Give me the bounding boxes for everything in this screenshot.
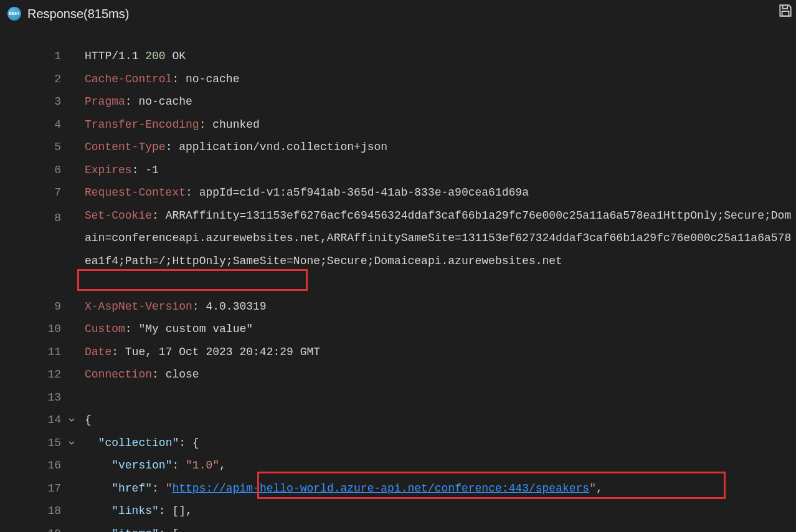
line-number: 2 bbox=[0, 68, 80, 91]
line-number: 8 bbox=[0, 204, 80, 295]
line-number: 11 bbox=[0, 341, 80, 364]
code-area[interactable]: HTTP/1.1 200 OKCache-Control: no-cachePr… bbox=[80, 45, 795, 532]
code-line[interactable]: Date: Tue, 17 Oct 2023 20:42:29 GMT bbox=[85, 341, 795, 364]
save-icon[interactable] bbox=[777, 2, 794, 19]
code-line[interactable]: { bbox=[85, 409, 795, 432]
code-line[interactable]: "version": "1.0", bbox=[85, 454, 795, 477]
code-line[interactable]: Expires: -1 bbox=[85, 159, 795, 182]
line-number: 14 bbox=[0, 409, 80, 432]
line-number: 3 bbox=[0, 90, 80, 113]
code-line[interactable]: "links": [], bbox=[85, 500, 795, 523]
url-link[interactable]: https://apim-hello-world.azure-api.net/c… bbox=[172, 477, 589, 500]
chevron-down-icon[interactable] bbox=[67, 439, 76, 447]
line-number: 17 bbox=[0, 477, 80, 500]
code-line[interactable]: Content-Type: application/vnd.collection… bbox=[85, 136, 795, 159]
line-number: 15 bbox=[0, 432, 80, 455]
line-number: 18 bbox=[0, 500, 80, 523]
code-line[interactable]: HTTP/1.1 200 OK bbox=[85, 45, 795, 68]
response-editor[interactable]: 12345678910111213141516171819 HTTP/1.1 2… bbox=[0, 27, 796, 532]
rest-icon-label: REST bbox=[9, 11, 20, 16]
response-header: REST Response(815ms) bbox=[0, 0, 796, 27]
code-line[interactable]: "href": "https://apim-hello-world.azure-… bbox=[85, 477, 795, 500]
line-number: 9 bbox=[0, 295, 80, 318]
response-title: Response(815ms) bbox=[27, 7, 129, 21]
line-number-gutter: 12345678910111213141516171819 bbox=[0, 45, 80, 532]
code-line[interactable]: Pragma: no-cache bbox=[85, 90, 795, 113]
line-number: 12 bbox=[0, 363, 80, 386]
rest-icon: REST bbox=[7, 7, 21, 21]
code-line[interactable]: X-AspNet-Version: 4.0.30319 bbox=[85, 295, 795, 318]
code-line[interactable]: "collection": { bbox=[85, 432, 795, 455]
line-number: 1 bbox=[0, 45, 80, 68]
line-number: 5 bbox=[0, 136, 80, 159]
code-line[interactable]: "items": [ bbox=[85, 523, 795, 533]
line-number: 10 bbox=[0, 318, 80, 341]
chevron-down-icon[interactable] bbox=[67, 416, 76, 424]
code-line[interactable]: Transfer-Encoding: chunked bbox=[85, 113, 795, 136]
code-line[interactable]: Set-Cookie: ARRAffinity=131153ef6276acfc… bbox=[85, 204, 795, 295]
code-line[interactable]: Connection: close bbox=[85, 363, 795, 386]
line-number: 4 bbox=[0, 113, 80, 136]
svg-rect-0 bbox=[782, 11, 789, 16]
line-number: 16 bbox=[0, 454, 80, 477]
line-number: 19 bbox=[0, 523, 80, 533]
line-number: 13 bbox=[0, 386, 80, 409]
line-number: 6 bbox=[0, 159, 80, 182]
code-line[interactable] bbox=[85, 386, 795, 409]
code-line[interactable]: Request-Context: appId=cid-v1:a5f941ab-3… bbox=[85, 181, 795, 204]
line-number: 7 bbox=[0, 181, 80, 204]
code-line[interactable]: Custom: "My custom value" bbox=[85, 318, 795, 341]
code-line[interactable]: Cache-Control: no-cache bbox=[85, 68, 795, 91]
